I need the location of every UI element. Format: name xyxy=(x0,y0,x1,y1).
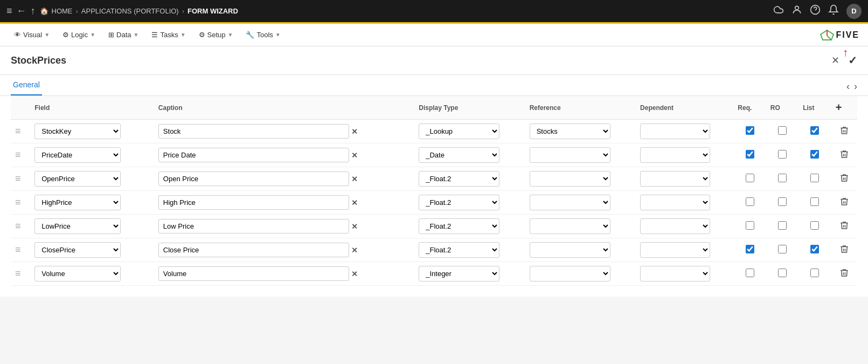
second-bar: 👁 Visual ▼ ⚙ Logic ▼ ⊞ Data ▼ ☰ Tasks ▼ … xyxy=(0,24,868,46)
field-select-6[interactable]: Volume xyxy=(34,266,121,281)
caption-input-0[interactable] xyxy=(158,124,349,139)
display-select-1[interactable]: _Date xyxy=(419,147,499,163)
dep-select-1[interactable] xyxy=(640,147,710,163)
ref-select-3[interactable] xyxy=(530,195,610,210)
delete-button-6[interactable] xyxy=(839,268,849,280)
dep-select-6[interactable] xyxy=(640,266,710,281)
nav-setup[interactable]: ⚙ Setup ▼ xyxy=(193,28,239,42)
caption-input-6[interactable] xyxy=(158,266,349,281)
caption-clear-0[interactable]: ✕ xyxy=(351,127,358,136)
req-checkbox-6[interactable] xyxy=(746,269,754,277)
ro-checkbox-1[interactable] xyxy=(778,150,787,159)
list-checkbox-2[interactable] xyxy=(810,174,819,182)
dep-select-3[interactable] xyxy=(640,195,710,210)
req-checkbox-2[interactable] xyxy=(746,174,754,182)
dep-select-5[interactable] xyxy=(640,242,710,258)
dep-select-4[interactable] xyxy=(640,218,710,234)
display-select-5[interactable]: _Float.2 xyxy=(419,242,499,258)
list-checkbox-6[interactable] xyxy=(810,269,819,277)
ref-select-1[interactable] xyxy=(530,147,610,163)
delete-button-1[interactable] xyxy=(839,149,849,161)
field-select-0[interactable]: StockKey xyxy=(34,123,121,139)
tab-prev-button[interactable]: ‹ xyxy=(846,81,850,92)
ro-checkbox-2[interactable] xyxy=(778,174,787,182)
tab-next-button[interactable]: › xyxy=(854,81,857,92)
field-select-2[interactable]: OpenPrice xyxy=(34,171,121,187)
caption-input-4[interactable] xyxy=(158,219,349,233)
caption-clear-1[interactable]: ✕ xyxy=(351,151,358,160)
caption-clear-4[interactable]: ✕ xyxy=(351,222,358,231)
ro-checkbox-6[interactable] xyxy=(778,269,787,277)
ref-select-2[interactable] xyxy=(530,171,610,187)
req-checkbox-5[interactable] xyxy=(746,245,754,253)
tab-general[interactable]: General xyxy=(11,75,42,95)
list-checkbox-0[interactable] xyxy=(810,126,819,135)
delete-button-0[interactable] xyxy=(839,126,849,138)
menu-button[interactable]: ≡ xyxy=(6,5,12,17)
drag-handle-3[interactable]: ≡ xyxy=(15,197,21,208)
req-checkbox-1[interactable] xyxy=(746,150,754,159)
ro-checkbox-3[interactable] xyxy=(778,197,787,206)
drag-handle-4[interactable]: ≡ xyxy=(15,221,21,231)
ref-select-4[interactable] xyxy=(530,218,610,234)
close-button[interactable]: ✕ xyxy=(831,54,839,66)
drag-handle-6[interactable]: ≡ xyxy=(15,268,21,279)
dep-select-0[interactable] xyxy=(640,123,710,139)
caption-input-5[interactable] xyxy=(158,243,349,257)
ref-select-0[interactable]: Stocks xyxy=(530,123,610,139)
ro-checkbox-0[interactable] xyxy=(778,126,787,135)
nav-tasks[interactable]: ☰ Tasks ▼ xyxy=(146,28,191,42)
field-select-4[interactable]: LowPrice xyxy=(34,218,121,234)
home-label[interactable]: HOME xyxy=(52,7,73,15)
ro-checkbox-4[interactable] xyxy=(778,221,787,230)
caption-input-1[interactable] xyxy=(158,148,349,162)
caption-clear-2[interactable]: ✕ xyxy=(351,175,358,183)
caption-clear-5[interactable]: ✕ xyxy=(351,246,358,255)
drag-handle-1[interactable]: ≡ xyxy=(15,149,21,160)
dep-select-2[interactable] xyxy=(640,171,710,187)
delete-button-5[interactable] xyxy=(839,244,849,256)
display-select-3[interactable]: _Float.2 xyxy=(419,195,499,210)
display-select-0[interactable]: _Lookup xyxy=(419,123,499,139)
user-avatar[interactable]: D xyxy=(846,4,862,19)
help-icon-btn[interactable] xyxy=(810,4,821,18)
field-select-1[interactable]: PriceDate xyxy=(34,147,121,163)
add-row-button[interactable]: + xyxy=(836,101,842,114)
nav-visual[interactable]: 👁 Visual ▼ xyxy=(9,28,55,42)
list-checkbox-1[interactable] xyxy=(810,150,819,159)
back-button[interactable]: ← xyxy=(17,5,26,17)
cloud-icon-btn[interactable] xyxy=(773,4,784,18)
drag-handle-0[interactable]: ≡ xyxy=(15,126,21,136)
display-select-2[interactable]: _Float.2 xyxy=(419,171,499,187)
req-checkbox-4[interactable] xyxy=(746,221,754,230)
req-checkbox-3[interactable] xyxy=(746,197,754,206)
nav-data[interactable]: ⊞ Data ▼ xyxy=(103,28,144,42)
drag-handle-2[interactable]: ≡ xyxy=(15,173,21,184)
ro-checkbox-5[interactable] xyxy=(778,245,787,253)
caption-input-2[interactable] xyxy=(158,171,349,186)
app-label[interactable]: APPLICATIONS (PORTFOLIO) xyxy=(81,7,179,15)
delete-button-4[interactable] xyxy=(839,221,849,232)
caption-clear-3[interactable]: ✕ xyxy=(351,198,358,207)
nav-tools[interactable]: 🔧 Tools ▼ xyxy=(240,28,286,42)
list-checkbox-3[interactable] xyxy=(810,197,819,206)
drag-handle-5[interactable]: ≡ xyxy=(15,244,21,255)
delete-button-2[interactable] xyxy=(839,173,849,185)
field-select-5[interactable]: ClosePrice xyxy=(34,242,121,258)
display-select-4[interactable]: _Float.2 xyxy=(419,218,499,234)
bell-icon-btn[interactable] xyxy=(828,4,839,18)
caption-clear-6[interactable]: ✕ xyxy=(351,270,358,278)
delete-button-3[interactable] xyxy=(839,197,849,209)
req-checkbox-0[interactable] xyxy=(746,126,754,135)
ref-select-5[interactable] xyxy=(530,242,610,258)
field-select-3[interactable]: HighPrice xyxy=(34,195,121,210)
display-select-6[interactable]: _Integer xyxy=(419,266,499,281)
caption-input-3[interactable] xyxy=(158,195,349,210)
list-checkbox-5[interactable] xyxy=(810,245,819,253)
list-checkbox-4[interactable] xyxy=(810,221,819,230)
nav-logic[interactable]: ⚙ Logic ▼ xyxy=(57,28,101,42)
ref-select-6[interactable] xyxy=(530,266,610,281)
confirm-button[interactable]: ✓ xyxy=(848,54,857,67)
up-button[interactable]: ↑ xyxy=(31,5,36,17)
agent-icon-btn[interactable] xyxy=(791,4,802,18)
